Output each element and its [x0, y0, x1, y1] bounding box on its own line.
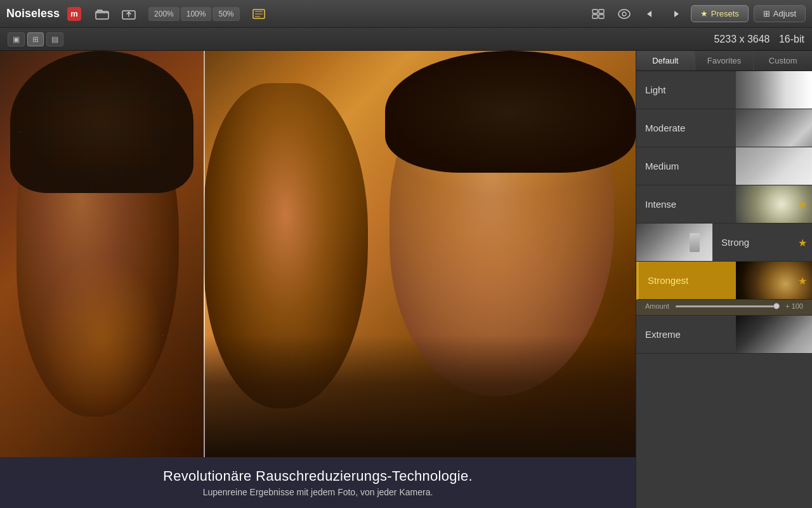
caption-main-text: Revolutionäre Rauschreduzierungs-Technol…	[163, 468, 473, 485]
caption-sub-text: Lupenreine Ergebnisse mit jedem Foto, vo…	[203, 487, 433, 497]
tab-default[interactable]: Default	[636, 51, 695, 70]
zoom-fit-button[interactable]	[249, 6, 269, 22]
preset-name-strongest: Strongest	[639, 275, 688, 286]
export-button[interactable]	[118, 6, 140, 22]
panel-tabs: Default Favorites Custom	[636, 51, 812, 71]
photo-before	[0, 51, 204, 457]
svg-rect-6	[599, 15, 604, 18]
presets-star-icon: ★	[700, 9, 708, 18]
amount-control: Amount + 100	[636, 300, 812, 316]
preset-item-strongest[interactable]: Strongest ★	[636, 262, 812, 300]
svg-rect-4	[599, 10, 604, 13]
preset-name-moderate: Moderate	[636, 123, 685, 133]
dual-view-button[interactable]: ▤	[46, 32, 63, 46]
presets-list: Light Moderate Medium Intense ★	[636, 71, 812, 508]
preset-thumb-moderate	[736, 109, 812, 147]
toolbar-right: ★ Presets ⊞ Adjust	[691, 5, 806, 22]
caption-bar: Revolutionäre Rauschreduzierungs-Technol…	[0, 457, 636, 508]
single-view-button[interactable]: ▣	[8, 32, 25, 46]
preset-item-medium[interactable]: Medium	[636, 147, 812, 185]
tab-custom[interactable]: Custom	[754, 51, 812, 70]
grid-view-button[interactable]	[588, 6, 608, 22]
bit-depth: 16-bit	[779, 34, 804, 44]
preview-toggle-button[interactable]	[613, 6, 635, 22]
preset-star-strongest: ★	[798, 274, 807, 286]
zoom-controls: 200% 100% 50%	[148, 7, 239, 21]
photo-container	[0, 51, 636, 457]
toolbar: Noiseless m 200% 100% 50% ★ Presets ⊞ Ad…	[0, 0, 812, 28]
preset-thumb-extreme	[736, 316, 812, 353]
amount-thumb[interactable]	[773, 303, 780, 309]
svg-point-8	[622, 12, 626, 16]
preset-thumb-light	[736, 71, 812, 109]
adjust-label: Adjust	[773, 9, 796, 18]
split-view-button[interactable]: ⊞	[27, 32, 44, 46]
preset-name-medium: Medium	[636, 161, 679, 171]
app-icon: m	[67, 7, 81, 21]
photo-after	[204, 51, 636, 457]
zoom-50-button[interactable]: 50%	[213, 7, 239, 21]
preset-item-extreme[interactable]: Extreme	[636, 316, 812, 354]
back-button[interactable]	[640, 6, 660, 22]
adjust-button[interactable]: ⊞ Adjust	[754, 5, 806, 22]
preset-name-light: Light	[636, 84, 666, 95]
app-title: Noiseless	[6, 7, 60, 20]
main-content: Revolutionäre Rauschreduzierungs-Technol…	[0, 51, 812, 508]
adjust-icon: ⊞	[763, 9, 770, 18]
split-line	[204, 51, 205, 457]
preset-item-moderate[interactable]: Moderate	[636, 109, 812, 147]
svg-rect-5	[593, 15, 598, 18]
preset-name-extreme: Extreme	[636, 329, 681, 340]
amount-value: + 100	[784, 302, 803, 310]
amount-track	[676, 305, 779, 307]
preset-star-intense: ★	[798, 198, 807, 210]
preset-star-strong: ★	[798, 236, 807, 248]
presets-panel: Default Favorites Custom Light Moderate …	[636, 51, 812, 508]
preset-item-intense[interactable]: Intense ★	[636, 185, 812, 224]
forward-button[interactable]	[665, 6, 686, 22]
zoom-100-button[interactable]: 100%	[181, 7, 212, 21]
svg-point-7	[619, 10, 630, 18]
preset-name-strong: Strong	[712, 237, 749, 248]
svg-rect-3	[593, 10, 598, 13]
view-mode-buttons: ▣ ⊞ ▤	[8, 32, 63, 46]
image-info: 5233 x 3648 16-bit	[714, 34, 804, 45]
preset-item-strong[interactable]: Strong ★	[636, 224, 812, 262]
zoom-200-button[interactable]: 200%	[148, 7, 180, 21]
image-area: Revolutionäre Rauschreduzierungs-Technol…	[0, 51, 636, 508]
preset-thumb-medium	[736, 147, 812, 185]
presets-button[interactable]: ★ Presets	[691, 5, 749, 22]
preset-name-intense: Intense	[636, 199, 676, 210]
image-dimensions: 5233 x 3648	[714, 34, 769, 44]
amount-label: Amount	[645, 302, 671, 310]
tab-favorites[interactable]: Favorites	[695, 51, 754, 70]
secondary-toolbar: ▣ ⊞ ▤ 5233 x 3648 16-bit	[0, 28, 812, 51]
preset-item-light[interactable]: Light	[636, 71, 812, 109]
amount-fill	[676, 305, 779, 307]
presets-label: Presets	[711, 9, 739, 18]
preset-thumb-strong	[636, 224, 712, 261]
open-file-button[interactable]	[91, 6, 113, 22]
